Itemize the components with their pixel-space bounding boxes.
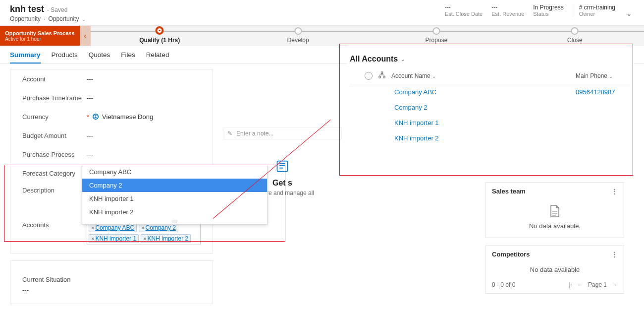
description-label: Description (22, 187, 87, 194)
tab-products[interactable]: Products (52, 51, 78, 64)
accounts-label: Accounts (22, 221, 87, 229)
tab-related[interactable]: Related (146, 51, 169, 64)
activities-icon (275, 159, 289, 175)
chip-remove-icon[interactable]: × (143, 236, 146, 242)
account-chip[interactable]: ×KNH importer 1 (89, 234, 139, 243)
saved-status: - Saved (47, 6, 67, 13)
owner-label: Owner (579, 11, 615, 17)
entity-label: Opportunity (10, 15, 41, 22)
close-date-value: --- (445, 4, 483, 11)
process-value[interactable]: --- (87, 151, 207, 158)
col-account-name[interactable]: Account Name ⌄ (391, 72, 570, 79)
chevron-down-icon[interactable]: ⌄ (401, 57, 405, 62)
chip-link[interactable]: KNH importer 1 (95, 235, 136, 242)
dropdown-item[interactable]: Company ABC (82, 165, 267, 179)
chip-link[interactable]: KNH importer 2 (148, 235, 189, 242)
dropdown-item[interactable]: KNH importer 1 (82, 192, 267, 205)
chip-remove-icon[interactable]: × (141, 225, 144, 231)
stage-dot-icon (294, 27, 302, 35)
account-link[interactable]: KNH importer 2 (394, 134, 570, 142)
account-row[interactable]: KNH importer 2 (350, 130, 630, 146)
note-icon: ✎ (227, 130, 232, 137)
revenue-label: Est. Revenue (491, 11, 524, 17)
account-link[interactable]: Company 2 (394, 104, 570, 111)
stage-label: Develop (287, 37, 309, 44)
account-link[interactable]: KNH importer 1 (394, 119, 570, 127)
timeframe-value[interactable]: --- (87, 94, 207, 102)
required-mark: * (87, 113, 89, 121)
accounts-dropdown[interactable]: Company ABC Company 2 KNH importer 1 KNH… (82, 165, 268, 225)
chevron-down-icon[interactable]: ⌄ (82, 16, 86, 22)
chip-link[interactable]: Company 2 (146, 224, 176, 231)
prev-page-icon[interactable]: ← (577, 281, 583, 288)
process-label: Purchase Process (22, 151, 87, 158)
dropdown-item[interactable]: KNH importer 2 (82, 205, 267, 219)
account-link[interactable]: Company ABC (394, 88, 570, 96)
pager-page: Page 1 (588, 281, 607, 288)
accounts-input[interactable]: ×Company ABC ×Company 2 ×KNH importer 1 … (87, 221, 201, 245)
competitors-title: Competitors (492, 251, 530, 258)
process-back-button[interactable]: ‹ (80, 26, 91, 46)
stage-qualify[interactable]: Qualify (1 Hrs) (91, 26, 229, 46)
hierarchy-icon[interactable] (378, 71, 385, 80)
svg-rect-1 (277, 161, 288, 172)
budget-label: Budget Amount (22, 132, 87, 139)
pager-range: 0 - 0 of 0 (492, 281, 515, 288)
phone-link[interactable]: 09564128987 (576, 88, 630, 96)
dropdown-item-selected[interactable]: Company 2 (82, 179, 267, 192)
currency-text: Vietnamese Đong (102, 113, 153, 121)
account-row[interactable]: Company 2 (350, 100, 630, 115)
select-all-radio[interactable] (365, 72, 373, 80)
col-main-phone[interactable]: Main Phone ⌄ (576, 72, 630, 79)
tab-files[interactable]: Files (121, 51, 135, 64)
stage-dot-icon (571, 27, 579, 35)
stage-develop[interactable]: Develop (229, 26, 367, 46)
note-placeholder: Enter a note... (236, 130, 273, 137)
document-icon (549, 205, 560, 219)
budget-value[interactable]: --- (87, 132, 207, 139)
status-label: Status (533, 11, 563, 17)
situation-value[interactable]: --- (22, 286, 207, 294)
page-title: knh test (10, 4, 44, 14)
account-chip[interactable]: ×KNH importer 2 (141, 234, 191, 243)
next-page-icon[interactable]: → (612, 281, 618, 288)
stage-label: Qualify (1 Hrs) (139, 37, 180, 44)
expand-chevron-icon[interactable]: ⌄ (624, 9, 634, 17)
forecast-label: Forecast Category (22, 170, 87, 177)
dot-sep: · (44, 15, 45, 22)
owner-link[interactable]: # crm-training (579, 4, 615, 11)
revenue-value: --- (491, 4, 524, 11)
chip-remove-icon[interactable]: × (91, 236, 94, 242)
account-value[interactable]: --- (87, 75, 207, 83)
chip-link[interactable]: Company ABC (95, 224, 134, 231)
first-page-icon[interactable]: |‹ (569, 281, 572, 288)
stage-label: Propose (426, 37, 448, 44)
stage-dot-icon (432, 27, 440, 35)
tab-quotes[interactable]: Quotes (89, 51, 110, 64)
breadcrumb: Opportunity · Opportunity ⌄ (10, 15, 86, 22)
currency-value[interactable]: Vietnamese Đong (92, 113, 207, 121)
tab-summary[interactable]: Summary (10, 51, 41, 64)
svg-rect-4 (383, 76, 385, 78)
stage-propose[interactable]: Propose (367, 26, 505, 46)
all-accounts-title[interactable]: All Accounts (350, 55, 398, 64)
timeframe-label: Purchase Timeframe (22, 94, 87, 102)
chip-remove-icon[interactable]: × (91, 225, 94, 231)
note-input[interactable]: ✎ Enter a note... (223, 127, 342, 139)
process-flag[interactable]: Opportunity Sales Process Active for 1 h… (0, 26, 80, 46)
close-date-label: Est. Close Date (445, 11, 483, 17)
stage-label: Close (567, 37, 583, 44)
currency-icon (92, 113, 99, 120)
situation-label: Current Situation (22, 276, 71, 283)
account-row[interactable]: KNH importer 1 (350, 115, 630, 130)
process-name: Opportunity Sales Process (5, 30, 75, 36)
panel-menu-icon[interactable]: ⋮ (611, 251, 618, 258)
competitors-empty: No data available (530, 266, 580, 273)
dropdown-scrollbar[interactable] (171, 220, 178, 223)
panel-menu-icon[interactable]: ⋮ (611, 188, 618, 195)
form-label[interactable]: Opportunity (48, 15, 79, 22)
sales-team-title: Sales team (492, 188, 526, 195)
account-row[interactable]: Company ABC 09564128987 (350, 84, 630, 100)
stage-close[interactable]: Close (506, 26, 644, 46)
stage-dot-icon (156, 26, 164, 35)
